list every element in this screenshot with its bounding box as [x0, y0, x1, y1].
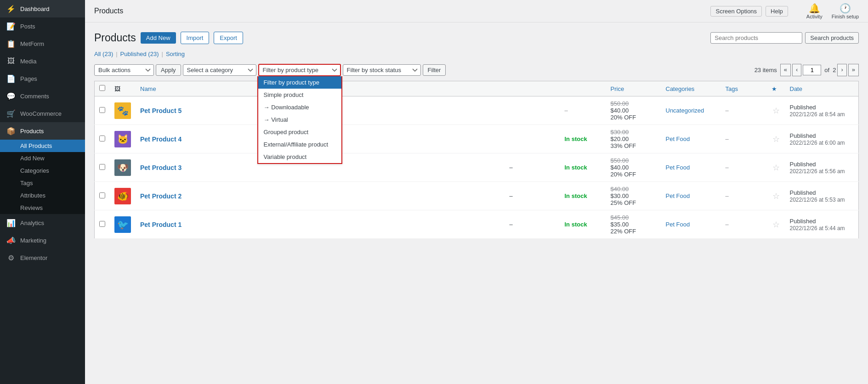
star-icon[interactable]: ☆: [772, 163, 780, 172]
row-checkbox-cell: [95, 153, 110, 182]
help-button[interactable]: Help: [766, 6, 788, 17]
sidebar-item-all-products[interactable]: All Products: [0, 140, 85, 152]
product-name-cell: Pet Product 2: [136, 182, 505, 210]
sidebar-item-categories[interactable]: Categories: [0, 164, 85, 177]
filter-button[interactable]: Filter: [423, 64, 446, 76]
search-input[interactable]: [710, 32, 802, 44]
product-image: 🐾: [114, 102, 131, 119]
price-sale: $30.00: [611, 192, 657, 199]
activity-button[interactable]: 🔔 Activity: [806, 3, 823, 19]
apply-button[interactable]: Apply: [156, 64, 181, 76]
product-name-link[interactable]: Pet Product 1: [140, 221, 182, 228]
pagination-first[interactable]: «: [780, 64, 791, 76]
sidebar-item-comments[interactable]: 💬 Comments: [0, 87, 85, 105]
product-name-link[interactable]: Pet Product 4: [140, 136, 182, 143]
pagination-total-pages: 2: [833, 67, 836, 73]
analytics-icon: 📊: [6, 218, 16, 227]
stock-status: In stock: [565, 164, 587, 171]
subnav-all[interactable]: All (23): [94, 49, 113, 59]
product-date-cell: Published 2022/12/26 at 5:53 am: [785, 182, 859, 210]
sidebar-label-products: Products: [20, 128, 44, 135]
product-category-cell: Uncategorized: [661, 96, 721, 125]
star-icon[interactable]: ☆: [772, 220, 780, 229]
pagination-prev[interactable]: ‹: [792, 64, 801, 76]
sidebar-label-dashboard: Dashboard: [20, 6, 50, 12]
sidebar-item-woocommerce[interactable]: 🛒 WooCommerce: [0, 105, 85, 122]
sidebar-item-marketing[interactable]: 📣 Marketing: [0, 232, 85, 249]
row-checkbox[interactable]: [99, 107, 105, 113]
dropdown-item-external[interactable]: External/Affiliate product: [258, 138, 341, 151]
search-button[interactable]: Search products: [805, 32, 859, 44]
row-checkbox[interactable]: [99, 136, 105, 141]
sidebar-item-reviews[interactable]: Reviews: [0, 202, 85, 214]
sidebar-label-categories: Categories: [20, 167, 49, 174]
sidebar-item-tags[interactable]: Tags: [0, 177, 85, 189]
row-checkbox-cell: [95, 210, 110, 239]
product-category-link[interactable]: Pet Food: [666, 164, 690, 171]
sidebar-item-dashboard[interactable]: ⚡ Dashboard: [0, 0, 85, 17]
product-name-link[interactable]: Pet Product 3: [140, 164, 182, 171]
sidebar-item-posts[interactable]: 📝 Posts: [0, 17, 85, 35]
add-new-button[interactable]: Add New: [141, 32, 176, 44]
dropdown-item-virtual[interactable]: → Virtual: [258, 113, 341, 126]
sidebar-item-add-new[interactable]: Add New: [0, 152, 85, 164]
dropdown-item-all[interactable]: Filter by product type: [258, 76, 341, 89]
sidebar-item-analytics[interactable]: 📊 Analytics: [0, 214, 85, 232]
sku-value: –: [510, 164, 513, 171]
dropdown-item-downloadable[interactable]: → Downloadable: [258, 101, 341, 113]
import-button[interactable]: Import: [181, 32, 210, 44]
row-checkbox-cell: [95, 96, 110, 125]
select-all-checkbox[interactable]: [99, 85, 105, 91]
product-category-link[interactable]: Pet Food: [666, 136, 690, 142]
subnav-published[interactable]: Published (23): [120, 49, 159, 59]
sidebar-item-media[interactable]: 🖼 Media: [0, 52, 85, 70]
screen-options-button[interactable]: Screen Options: [710, 6, 762, 17]
bulk-actions-select[interactable]: Bulk actions: [94, 64, 154, 76]
row-checkbox[interactable]: [99, 192, 105, 198]
row-checkbox[interactable]: [99, 164, 105, 170]
sidebar-label-posts: Posts: [20, 23, 35, 30]
dropdown-item-grouped[interactable]: Grouped product: [258, 126, 341, 138]
finish-setup-button[interactable]: 🕐 Finish setup: [832, 3, 859, 19]
date-value: 2022/12/26 at 8:54 am: [790, 111, 845, 118]
col-price[interactable]: Price: [606, 81, 661, 96]
product-type-select[interactable]: Filter by product type: [258, 64, 341, 76]
col-categories[interactable]: Categories: [661, 81, 721, 96]
product-name-link[interactable]: Pet Product 5: [140, 107, 182, 114]
date-value: 2022/12/26 at 5:44 am: [790, 225, 845, 232]
sidebar-item-pages[interactable]: 📄 Pages: [0, 70, 85, 87]
products-submenu: All Products Add New Categories Tags Att…: [0, 140, 85, 214]
col-date[interactable]: Date: [785, 81, 859, 96]
product-name-link[interactable]: Pet Product 2: [140, 192, 182, 200]
pagination-last[interactable]: »: [848, 64, 859, 76]
star-icon[interactable]: ☆: [772, 135, 780, 144]
sidebar-item-elementor[interactable]: ⚙ Elementor: [0, 249, 85, 266]
pagination-current-input[interactable]: [803, 65, 821, 75]
product-category-link[interactable]: Uncategorized: [666, 107, 704, 114]
export-button[interactable]: Export: [214, 32, 243, 44]
product-category-link[interactable]: Pet Food: [666, 221, 690, 228]
filter-stock-select[interactable]: Filter by stock status: [343, 64, 421, 76]
select-category-dropdown[interactable]: Select a category: [183, 64, 256, 76]
sidebar: ⚡ Dashboard 📝 Posts 📋 MetForm 🖼 Media 📄 …: [0, 0, 85, 384]
row-checkbox-cell: [95, 182, 110, 210]
sidebar-item-products[interactable]: 📦 Products: [0, 122, 85, 140]
star-icon[interactable]: ☆: [772, 192, 780, 201]
finish-setup-label: Finish setup: [832, 14, 859, 19]
dropdown-item-variable[interactable]: Variable product: [258, 151, 341, 163]
pagination-next[interactable]: ›: [837, 64, 846, 76]
row-checkbox[interactable]: [99, 221, 105, 227]
dropdown-item-simple[interactable]: Simple product: [258, 89, 341, 101]
sidebar-label-attributes: Attributes: [20, 192, 45, 199]
filters-bar-left: Bulk actions Apply Select a category Fil…: [94, 64, 446, 76]
star-icon[interactable]: ☆: [772, 106, 780, 115]
sidebar-item-metform[interactable]: 📋 MetForm: [0, 35, 85, 52]
product-category-link[interactable]: Pet Food: [666, 192, 690, 199]
product-star-cell: ☆: [767, 153, 785, 182]
col-tags[interactable]: Tags: [721, 81, 767, 96]
sidebar-item-attributes[interactable]: Attributes: [0, 189, 85, 202]
product-star-cell: ☆: [767, 182, 785, 210]
subnav-sorting[interactable]: Sorting: [166, 49, 185, 59]
product-date-cell: Published 2022/12/26 at 8:54 am: [785, 96, 859, 125]
product-image: 🐦: [114, 216, 131, 233]
